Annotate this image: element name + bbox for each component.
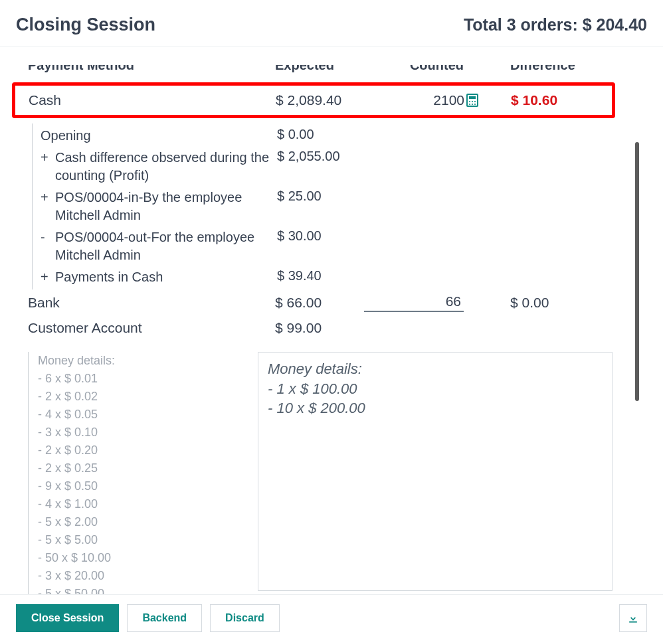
breakdown-row: -POS/00004-out-For the employee Mitchell… <box>41 226 647 266</box>
money-detail-line: - 2 x $ 0.20 <box>38 442 247 459</box>
col-expected: Expected <box>275 65 359 74</box>
table-headers: Payment Method Expected Counted Differen… <box>16 65 647 78</box>
money-detail-line: - 6 x $ 0.01 <box>38 370 247 388</box>
cash-counted: 2100 <box>359 92 464 108</box>
page-title: Closing Session <box>16 15 155 35</box>
row-bank: Bank $ 66.00 66 $ 0.00 <box>16 289 647 316</box>
close-session-button[interactable]: Close Session <box>16 604 119 632</box>
breakdown-row: +Payments in Cash $ 39.40 <box>41 266 647 288</box>
bank-label: Bank <box>28 295 275 311</box>
customer-account-label: Customer Account <box>28 320 275 336</box>
money-detail-line: - 50 x $ 10.00 <box>38 549 247 567</box>
money-detail-line: - 4 x $ 0.05 <box>38 406 247 424</box>
cash-expected: $ 2,089.40 <box>276 92 359 108</box>
svg-point-2 <box>469 101 470 102</box>
modal-footer: Close Session Backend Discard <box>0 594 663 641</box>
money-detail-line: - 5 x $ 2.00 <box>38 513 247 531</box>
money-details-title: Money details: <box>268 359 603 379</box>
modal-header: Closing Session Total 3 orders: $ 204.40 <box>0 0 663 46</box>
breakdown-row: +POS/00004-in-By the employee Mitchell A… <box>41 187 647 226</box>
svg-point-6 <box>472 104 473 105</box>
cash-difference: $ 10.60 <box>511 92 608 108</box>
svg-rect-1 <box>469 96 476 99</box>
money-detail-line: - 2 x $ 0.25 <box>38 459 247 477</box>
col-difference: Difference <box>510 65 643 74</box>
money-detail-line: - 3 x $ 0.10 <box>38 424 247 442</box>
cash-breakdown: Opening $ 0.00 +Cash difference observed… <box>32 123 647 289</box>
col-payment-method: Payment Method <box>28 65 275 74</box>
download-button[interactable] <box>619 604 647 632</box>
breakdown-row: Opening $ 0.00 <box>41 125 647 147</box>
calculator-icon[interactable] <box>464 92 511 108</box>
money-detail-line: - 3 x $ 20.00 <box>38 567 247 585</box>
col-counted: Counted <box>359 65 464 74</box>
row-customer-account: Customer Account $ 99.00 <box>16 316 647 340</box>
svg-point-3 <box>472 101 473 102</box>
bank-difference: $ 0.00 <box>510 295 643 311</box>
backend-button[interactable]: Backend <box>127 604 202 632</box>
orders-total: Total 3 orders: $ 204.40 <box>464 15 647 35</box>
bank-expected: $ 66.00 <box>275 295 359 311</box>
discard-button[interactable]: Discard <box>210 604 280 632</box>
money-detail-line: - 10 x $ 200.00 <box>268 398 603 418</box>
money-detail-line: - 9 x $ 0.50 <box>38 477 247 495</box>
money-detail-line: - 5 x $ 5.00 <box>38 531 247 549</box>
money-detail-line: - 4 x $ 1.00 <box>38 495 247 513</box>
svg-point-4 <box>474 101 476 102</box>
row-cash: Cash $ 2,089.40 2100 <box>15 86 612 115</box>
svg-point-5 <box>469 104 470 105</box>
money-details-right[interactable]: Money details: - 1 x $ 100.00 - 10 x $ 2… <box>258 352 613 591</box>
customer-account-expected: $ 99.00 <box>275 320 359 336</box>
money-detail-line: - 2 x $ 0.02 <box>38 388 247 406</box>
cash-row-highlight: Cash $ 2,089.40 2100 <box>12 82 615 118</box>
money-detail-line: - 1 x $ 100.00 <box>268 379 603 399</box>
money-details-title: Money details: <box>38 352 247 370</box>
download-icon <box>626 611 640 625</box>
svg-point-7 <box>474 104 476 105</box>
bank-counted-input[interactable]: 66 <box>364 293 464 312</box>
breakdown-row: +Cash difference observed during the cou… <box>41 147 647 187</box>
cash-label: Cash <box>29 92 276 108</box>
